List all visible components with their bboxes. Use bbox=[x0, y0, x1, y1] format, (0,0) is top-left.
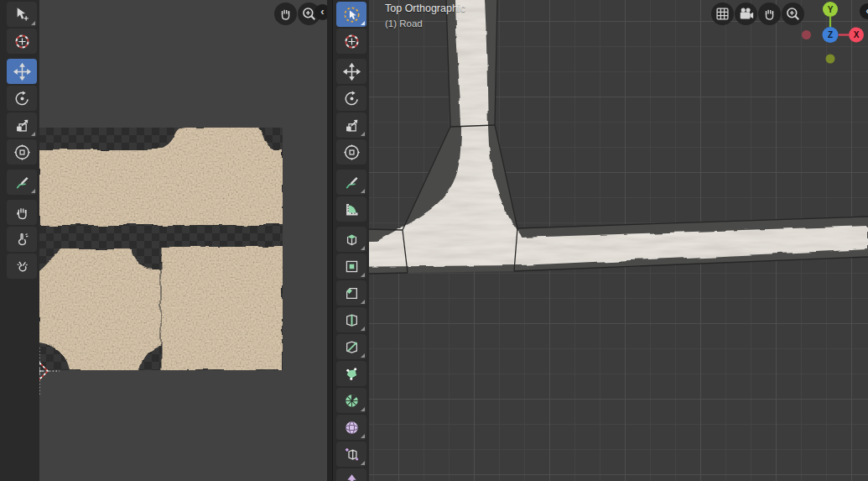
tool-transform[interactable] bbox=[7, 139, 37, 165]
rip-icon bbox=[343, 446, 361, 463]
tool-rotate[interactable] bbox=[7, 86, 37, 111]
tool-uv-sculpt-grab[interactable] bbox=[7, 200, 37, 225]
viewport-toolbar bbox=[333, 0, 369, 481]
knife-icon bbox=[343, 338, 361, 356]
transform-icon bbox=[343, 144, 361, 161]
scale-icon bbox=[343, 117, 361, 134]
extrude-icon bbox=[343, 231, 361, 248]
navigation-gizmo[interactable]: Y Z X bbox=[797, 0, 868, 71]
camera-icon bbox=[737, 5, 755, 23]
cursor-icon bbox=[343, 33, 361, 50]
tool-tweak-select[interactable] bbox=[7, 2, 37, 27]
tool-select-circle[interactable] bbox=[336, 2, 366, 27]
editor-separator[interactable] bbox=[327, 0, 333, 481]
annotate-icon bbox=[343, 174, 361, 191]
tool-annotate[interactable] bbox=[336, 170, 366, 195]
bevel-icon bbox=[343, 285, 361, 302]
cursor-icon bbox=[13, 33, 31, 50]
tool-scale[interactable] bbox=[7, 112, 37, 138]
smooth-icon bbox=[343, 419, 361, 437]
uv-editor-toolbar bbox=[0, 0, 39, 481]
tool-rotate[interactable] bbox=[336, 86, 366, 111]
tool-measure[interactable] bbox=[336, 196, 366, 222]
tool-move[interactable] bbox=[7, 59, 37, 84]
tool-shrink-fatten[interactable] bbox=[336, 468, 366, 481]
axis-y-negative-ball[interactable] bbox=[826, 55, 835, 64]
shrink-icon bbox=[343, 473, 361, 481]
blender-window: ‹ Top Orthographi bbox=[0, 0, 868, 481]
axis-x-negative-ball[interactable] bbox=[802, 30, 811, 39]
view-mode-label: Top Orthographic bbox=[385, 3, 465, 14]
spin-icon bbox=[343, 392, 361, 410]
pinch-icon bbox=[13, 258, 31, 275]
annotate-icon bbox=[13, 174, 31, 191]
selcircle-icon bbox=[343, 6, 361, 24]
road-mesh bbox=[333, 0, 868, 481]
measure-icon bbox=[343, 201, 361, 218]
nav-toggle-camera-view-button[interactable] bbox=[735, 3, 757, 25]
tool-loop-cut[interactable] bbox=[336, 307, 366, 332]
gridproj-icon bbox=[714, 5, 731, 23]
tool-extrude-region[interactable] bbox=[336, 227, 366, 252]
tool-move[interactable] bbox=[336, 59, 366, 84]
tool-smooth[interactable] bbox=[336, 415, 366, 440]
tool-rip-region[interactable] bbox=[336, 442, 366, 467]
tool-bevel[interactable] bbox=[336, 280, 366, 306]
grab-icon bbox=[13, 204, 31, 222]
uv-image-editor[interactable]: ‹ bbox=[0, 0, 327, 481]
hand-icon bbox=[277, 5, 294, 23]
tool-poly-build[interactable] bbox=[336, 361, 366, 386]
tool-inset-faces[interactable] bbox=[336, 254, 366, 279]
collapse-arrow-icon[interactable]: ‹ bbox=[314, 4, 327, 20]
loopcut-icon bbox=[343, 311, 361, 329]
tool-scale[interactable] bbox=[336, 112, 366, 138]
object-info-label: (1) Road bbox=[385, 18, 423, 29]
tool-uv-sculpt-relax[interactable] bbox=[7, 227, 37, 252]
tool-transform[interactable] bbox=[336, 139, 366, 165]
polybuild-icon bbox=[343, 365, 361, 383]
rotate-icon bbox=[343, 90, 361, 107]
tool-cursor-3d[interactable] bbox=[336, 29, 366, 54]
axis-x-label: X bbox=[854, 30, 860, 39]
axis-z-label: Z bbox=[828, 30, 833, 39]
uv-texture-image bbox=[39, 128, 283, 370]
tool-spin[interactable] bbox=[336, 388, 366, 413]
tool-cursor-2d[interactable] bbox=[7, 29, 37, 54]
tool-uv-sculpt-pinch[interactable] bbox=[7, 254, 37, 279]
move-icon bbox=[13, 63, 31, 81]
tweak-icon bbox=[13, 6, 31, 24]
transform-icon bbox=[13, 144, 31, 161]
nav-pan-button[interactable] bbox=[274, 3, 297, 25]
tool-knife[interactable] bbox=[336, 334, 366, 359]
tool-annotate[interactable] bbox=[7, 170, 37, 195]
hand-icon bbox=[761, 5, 778, 23]
nav-pan-button[interactable] bbox=[758, 3, 781, 25]
axis-y-label: Y bbox=[828, 5, 834, 14]
inset-icon bbox=[343, 258, 361, 275]
move-icon bbox=[343, 63, 361, 81]
rotate-icon bbox=[13, 90, 31, 107]
3d-viewport[interactable]: Top Orthographic (1) Road Y Z X ‹ bbox=[333, 0, 868, 481]
relax-icon bbox=[13, 231, 31, 248]
scale-icon bbox=[13, 117, 31, 134]
nav-toggle-projection-button[interactable] bbox=[711, 3, 734, 25]
